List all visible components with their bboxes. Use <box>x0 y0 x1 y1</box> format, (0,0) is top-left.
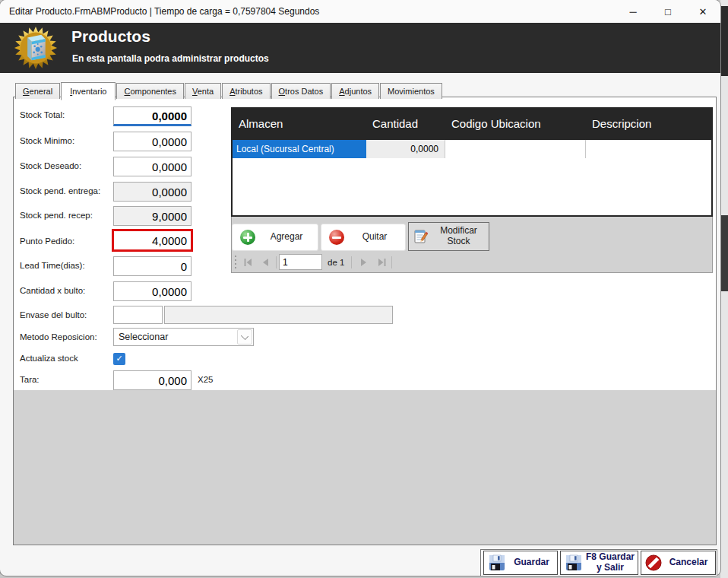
floppy-disk-icon <box>565 554 583 572</box>
cantidad-bulto-input[interactable] <box>113 281 191 301</box>
cell-cantidad[interactable]: 0,0000 <box>366 140 445 158</box>
grid-header: Almacen Cantidad Codigo Ubicacion Descri… <box>233 107 711 140</box>
actualiza-stock-checkbox[interactable]: ✓ <box>113 353 125 365</box>
cantidad-bulto-label: Cantidad x bulto: <box>20 286 85 295</box>
stock-minimo-label: Stock Minimo: <box>20 136 74 145</box>
envase-bulto-desc-input <box>164 306 393 324</box>
edit-note-icon <box>413 229 429 244</box>
stock-pend-recep-label: Stock pend. recep: <box>20 211 93 220</box>
tara-suffix: X25 <box>198 375 213 384</box>
footer-button-panel: Guardar F8 Guardar y Salir Cancelar <box>480 549 717 576</box>
lead-time-label: Lead Time(dias): <box>20 261 85 270</box>
tab-inventario[interactable]: Inventario <box>61 82 116 100</box>
col-codigo-ubicacion: Codigo Ubicacion <box>445 117 586 130</box>
stock-pend-entrega-label: Stock pend. entrega: <box>20 186 100 195</box>
page-subtitle: En esta pantalla podra administrar produ… <box>72 53 269 64</box>
cancelar-button[interactable]: Cancelar <box>641 551 716 575</box>
stock-deseado-label: Stock Deseado: <box>20 161 81 170</box>
tab-adjuntos[interactable]: Adjuntos <box>331 83 379 99</box>
cell-descripcion[interactable] <box>586 140 711 158</box>
grid-empty-area <box>233 158 711 215</box>
page-header: Productos En esta pantalla podra adminis… <box>0 23 720 73</box>
window-title: Editar Producto.FrmABMProducto | Tiempo … <box>9 0 319 23</box>
last-page-icon[interactable] <box>373 255 389 270</box>
tab-venta[interactable]: Venta <box>185 83 221 99</box>
toolbar-grip <box>233 256 239 269</box>
metodo-reposicion-value: Seleccionar <box>119 329 168 345</box>
almacenes-grid: Almacen Cantidad Codigo Ubicacion Descri… <box>231 107 713 217</box>
tab-general[interactable]: General <box>15 83 60 99</box>
punto-pedido-label: Punto Pedido: <box>20 237 74 246</box>
almacenes-panel: Almacen Cantidad Codigo Ubicacion Descri… <box>231 107 713 273</box>
inventario-tab-page: Stock Total: Stock Minimo: Stock Deseado… <box>13 97 717 545</box>
col-almacen: Almacen <box>233 117 366 130</box>
cell-codigo-ubicacion[interactable] <box>445 140 586 158</box>
stock-pend-recep-input <box>113 206 191 226</box>
quitar-button[interactable]: Quitar <box>321 224 406 251</box>
tara-label: Tara: <box>20 375 40 384</box>
product-box-icon <box>14 25 58 71</box>
lead-time-input[interactable] <box>113 256 191 276</box>
metodo-reposicion-select[interactable]: Seleccionar <box>113 328 254 346</box>
col-cantidad: Cantidad <box>366 117 445 130</box>
page-count-label: de 1 <box>328 258 344 267</box>
cancel-icon <box>645 554 662 571</box>
tab-movimientos[interactable]: Movimientos <box>380 83 442 99</box>
stock-total-input[interactable] <box>113 106 191 126</box>
floppy-disk-icon <box>488 554 506 572</box>
next-page-icon[interactable] <box>356 255 372 270</box>
punto-pedido-input[interactable] <box>112 229 193 252</box>
tab-otros-datos[interactable]: Otros Datos <box>271 83 331 99</box>
table-row[interactable]: Local (Sucursal Central) 0,0000 <box>233 140 711 158</box>
stock-deseado-input[interactable] <box>113 157 191 176</box>
tab-componentes[interactable]: Componentes <box>116 83 184 99</box>
page-number-input[interactable] <box>279 254 322 270</box>
prev-page-icon[interactable] <box>258 255 274 270</box>
envase-bulto-label: Envase del bulto: <box>20 310 87 319</box>
guardar-button[interactable]: Guardar <box>483 551 558 575</box>
add-icon <box>240 230 255 245</box>
envase-bulto-code-input[interactable] <box>113 306 163 324</box>
tab-strip: General Inventario Componentes Venta Atr… <box>15 81 443 99</box>
background-screen-sliver <box>720 0 728 578</box>
metodo-reposicion-label: Metodo Reposicion: <box>20 332 97 341</box>
stock-minimo-input[interactable] <box>113 132 191 151</box>
stock-pend-entrega-input <box>113 182 191 202</box>
f8-guardar-salir-button[interactable]: F8 Guardar y Salir <box>560 551 638 575</box>
remove-icon <box>329 230 344 245</box>
agregar-button[interactable]: Agregar <box>232 224 318 251</box>
modificar-stock-button[interactable]: Modificar Stock <box>408 222 489 251</box>
close-icon[interactable]: ✕ <box>685 0 720 23</box>
title-bar: Editar Producto.FrmABMProducto | Tiempo … <box>0 0 720 23</box>
maximize-icon[interactable]: □ <box>650 0 685 23</box>
col-descripcion: Descripcion <box>586 117 711 130</box>
stock-total-label: Stock Total: <box>20 110 65 119</box>
page-title: Productos <box>71 27 150 46</box>
first-page-icon[interactable] <box>240 255 256 270</box>
cell-almacen[interactable]: Local (Sucursal Central) <box>233 140 366 158</box>
app-window: Editar Producto.FrmABMProducto | Tiempo … <box>0 0 720 576</box>
minimize-icon[interactable]: ─ <box>616 0 650 23</box>
pager-toolbar: de 1 <box>232 253 460 271</box>
actualiza-stock-label: Actualiza stock <box>20 354 78 363</box>
chevron-down-icon[interactable] <box>237 329 252 345</box>
caption-buttons: ─ □ ✕ <box>616 0 720 23</box>
tab-atributos[interactable]: Atributos <box>222 83 270 99</box>
tara-input[interactable] <box>113 370 191 390</box>
